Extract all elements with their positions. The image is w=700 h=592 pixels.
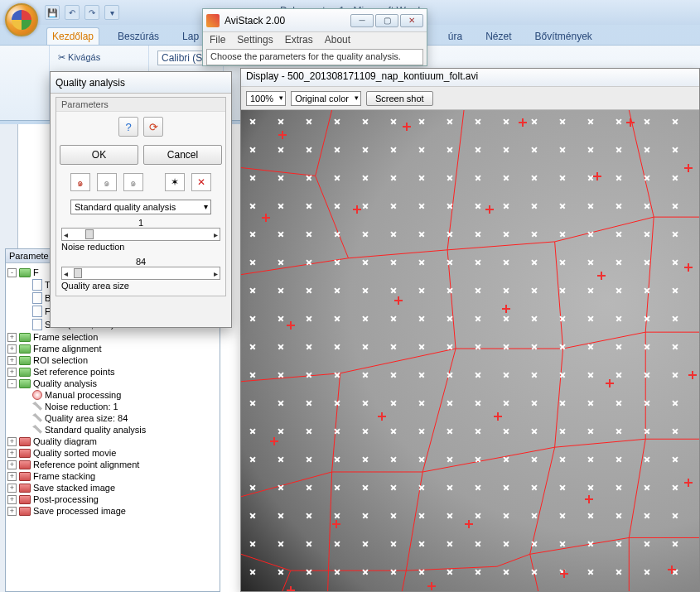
tree-item[interactable]: +Quality sorted movie [7, 447, 218, 459]
display-window: Display - 500_201308171109_nap_kontiuum_… [240, 68, 700, 592]
tree-item[interactable]: +Frame stacking [7, 470, 218, 482]
wrench-icon [32, 425, 42, 435]
tree-item[interactable]: +Set reference points [7, 366, 218, 378]
tree-item[interactable]: Noise reduction: 1 [7, 401, 218, 412]
grid-cross-icon [475, 259, 481, 266]
tree-item[interactable]: Manual processing [7, 389, 218, 401]
tree-toggle[interactable]: + [7, 356, 17, 365]
tree-toggle[interactable]: - [7, 379, 17, 388]
save-icon[interactable]: 💾 [45, 5, 60, 20]
grid-cross-icon [278, 203, 284, 209]
reference-point-icon [378, 412, 386, 421]
document-icon [32, 292, 42, 304]
office-button[interactable] [5, 3, 38, 36]
avistack-titlebar[interactable]: AviStack 2.00 ─ ▢ ✕ [203, 9, 427, 32]
tree-item[interactable]: +Quality diagram [7, 436, 218, 447]
screenshot-button[interactable]: Screen shot [366, 91, 433, 106]
menu-extras[interactable]: Extras [285, 34, 313, 47]
tool-swirl-3[interactable]: ๑ [123, 173, 143, 191]
cut-button[interactable]: ✂ Kivágás [58, 52, 140, 63]
tool-swirl-2[interactable]: ๑ [97, 173, 117, 191]
reset-icon[interactable]: ⟳ [143, 117, 163, 137]
reference-point-icon [668, 566, 676, 574]
tree-toggle[interactable]: + [7, 460, 17, 469]
tree-label: Save stacked image [33, 483, 115, 493]
redo-icon[interactable]: ↷ [84, 5, 99, 20]
tree-item[interactable]: +Reference point alignment [7, 459, 218, 470]
tree-item[interactable]: Standard quality analysis [7, 424, 218, 436]
tree-toggle[interactable]: + [7, 333, 17, 342]
tree-item[interactable]: +Post-processing [7, 493, 218, 505]
grid-cross-icon [616, 118, 622, 125]
quality-analysis-title[interactable]: Quality analysis [51, 72, 231, 94]
grid-cross-icon [334, 541, 340, 547]
tree-toggle[interactable]: + [7, 437, 17, 446]
grid-cross-icon [447, 344, 453, 350]
tab-review[interactable]: úra [443, 28, 467, 45]
grid-cross-icon [334, 372, 340, 378]
tree-item[interactable]: +Save stacked image [7, 482, 218, 493]
color-combo[interactable]: Original color [291, 91, 361, 106]
menu-about[interactable]: About [325, 34, 350, 47]
tree-toggle[interactable]: + [7, 507, 17, 516]
tree-toggle[interactable]: + [7, 344, 17, 354]
ok-button[interactable]: OK [60, 145, 138, 165]
grid-cross-icon [390, 203, 397, 209]
zoom-combo[interactable]: 100% [246, 91, 286, 106]
noise-reduction-slider[interactable] [61, 228, 220, 241]
reference-point-icon [684, 164, 693, 172]
reference-point-icon [560, 570, 568, 578]
area-size-slider[interactable] [61, 267, 220, 280]
maximize-button[interactable]: ▢ [375, 14, 398, 27]
svg-line-18 [555, 242, 563, 349]
tab-addins[interactable]: Bővítmények [529, 28, 596, 45]
tree-toggle[interactable]: + [7, 368, 17, 377]
grid-cross-icon [644, 175, 650, 181]
tree-toggle[interactable]: + [7, 484, 17, 493]
tool-delete-icon[interactable]: ✕ [191, 173, 211, 191]
grid-cross-icon [278, 484, 284, 491]
tree-item[interactable]: -Quality analysis [7, 378, 218, 389]
tree-label: Set reference points [33, 367, 114, 377]
display-title[interactable]: Display - 500_201308171109_nap_kontiuum_… [241, 69, 699, 87]
qat-dropdown-icon[interactable]: ▾ [104, 5, 119, 20]
grid-cross-icon [475, 400, 481, 407]
tab-insert[interactable]: Beszúrás [113, 28, 164, 45]
grid-cross-icon [587, 203, 594, 209]
grid-cross-icon [503, 569, 509, 575]
tool-star-icon[interactable]: ✶ [165, 173, 185, 191]
grid-cross-icon [672, 231, 678, 238]
tree-item[interactable]: +Save processed image [7, 505, 218, 517]
grid-cross-icon [362, 259, 369, 266]
grid-cross-icon [447, 118, 453, 125]
tree-label: Quality area size: 84 [45, 413, 128, 423]
tree-item[interactable]: Quality area size: 84 [7, 412, 218, 424]
minimize-button[interactable]: ─ [350, 14, 374, 27]
display-canvas[interactable] [241, 110, 699, 591]
menu-file[interactable]: File [210, 34, 225, 47]
menu-settings[interactable]: Settings [237, 34, 273, 47]
close-button[interactable]: ✕ [400, 14, 423, 27]
tree-toggle[interactable]: + [7, 449, 17, 458]
tree-toggle[interactable]: - [7, 268, 17, 277]
tool-swirl-1[interactable]: ๑ [70, 173, 90, 191]
tree-item[interactable]: +Frame alignment [7, 343, 218, 354]
grid-cross-icon [672, 372, 678, 378]
grid-cross-icon [587, 484, 594, 491]
tree-item[interactable]: +ROI selection [7, 354, 218, 366]
tree-label: Post-processing [33, 494, 99, 504]
grid-cross-icon [418, 259, 425, 266]
analysis-type-select[interactable]: Standard quality analysis [70, 200, 211, 214]
folder-green-icon [19, 344, 31, 354]
help-icon[interactable]: ? [118, 117, 138, 137]
tree-toggle[interactable]: + [7, 472, 17, 481]
tree-toggle[interactable]: + [7, 495, 17, 504]
tree-item[interactable]: +Frame selection [7, 331, 218, 343]
tab-home[interactable]: Kezdőlap [46, 27, 99, 45]
cancel-button[interactable]: Cancel [143, 145, 222, 165]
undo-icon[interactable]: ↶ [65, 5, 80, 20]
grid-cross-icon [503, 541, 509, 547]
area-size-value: 84 [61, 257, 220, 267]
tab-view[interactable]: Nézet [480, 28, 516, 45]
document-icon [32, 306, 42, 317]
